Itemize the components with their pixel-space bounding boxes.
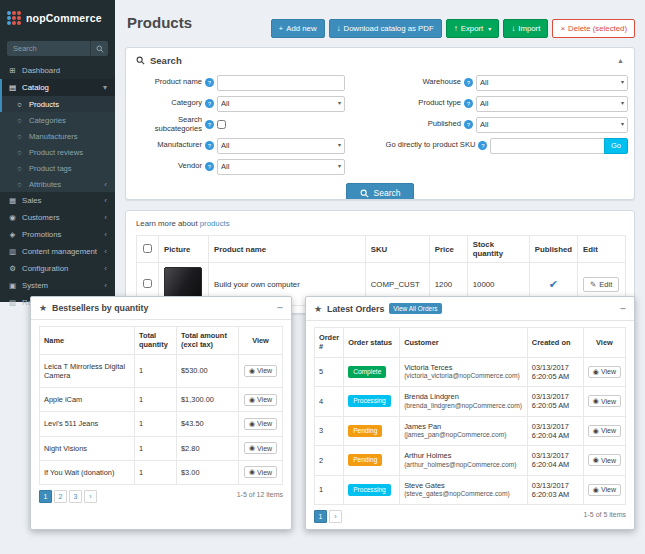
help-icon[interactable]: ? — [464, 120, 473, 129]
sidebar-item-promotions[interactable]: ◈ Promotions ‹ — [0, 226, 115, 243]
page-button-2[interactable]: 2 — [54, 490, 67, 503]
view-button[interactable]: ◉ View — [244, 418, 277, 430]
product-type-select[interactable]: All — [476, 96, 628, 112]
sidebar-item-dashboard[interactable]: ⊞ Dashboard — [0, 62, 115, 79]
sidebar-item-customers[interactable]: ◉ Customers ‹ — [0, 209, 115, 226]
sidebar-search-input[interactable] — [7, 41, 90, 56]
customer-email: (brenda_lindgren@nopCommerce.com) — [404, 402, 523, 410]
created-date: 03/13/2017 — [532, 363, 579, 372]
product-tags-icon: ○ — [15, 164, 24, 173]
page-button-1[interactable]: 1 — [39, 490, 52, 503]
eye-icon: ◉ — [593, 456, 599, 464]
view-button[interactable]: ◉ View — [244, 394, 277, 406]
created-time: 6:20:05 AM — [532, 372, 579, 381]
row-checkbox[interactable] — [143, 279, 152, 288]
sidebar-item-product-reviews[interactable]: ○ Product reviews — [0, 144, 115, 160]
export-button[interactable]: ↑ Export ▾ — [446, 19, 500, 38]
sidebar-item-categories[interactable]: ○ Categories — [0, 112, 115, 128]
category-select[interactable]: All — [217, 96, 345, 112]
sidebar-item-products[interactable]: ○ Products — [0, 96, 115, 112]
go-to-sku-input[interactable] — [490, 138, 604, 154]
go-button[interactable]: Go — [604, 138, 628, 154]
page-button-1[interactable]: 1 — [314, 510, 327, 523]
created-on-cell: 03/13/2017 6:20:05 AM — [527, 387, 583, 417]
status-badge: Processing — [348, 484, 391, 496]
sidebar-item-configuration[interactable]: ⚙ Configuration ‹ — [0, 260, 115, 277]
customers-icon: ◉ — [8, 213, 17, 222]
minimize-icon[interactable]: − — [620, 304, 626, 314]
sidebar-item-manufacturers[interactable]: ○ Manufacturers — [0, 128, 115, 144]
products-doc-link[interactable]: products — [200, 219, 230, 228]
table-row: Levi's 511 Jeans 1 $43.50 ◉ View — [40, 412, 283, 436]
help-icon[interactable]: ? — [464, 99, 473, 108]
page-button-3[interactable]: 3 — [69, 490, 82, 503]
categories-icon: ○ — [15, 116, 24, 125]
import-button[interactable]: ↓ Import — [503, 19, 548, 38]
table-row: 3 Pending James Pan (james_pan@nopCommer… — [315, 416, 626, 446]
next-page-button[interactable]: › — [329, 510, 342, 523]
published-check-icon: ✔ — [549, 278, 558, 290]
help-icon[interactable]: ? — [464, 78, 473, 87]
chevron-left-icon: ‹ — [104, 247, 107, 256]
customer-name: Victoria Terces — [404, 363, 452, 372]
sidebar-menu: ⊞ Dashboard ▤ Catalog ▾ ○ Products ○ Cat… — [0, 62, 115, 311]
view-button[interactable]: ◉ View — [588, 366, 621, 378]
help-icon[interactable]: ? — [205, 99, 214, 108]
sidebar-item-product-tags[interactable]: ○ Product tags — [0, 160, 115, 176]
eye-icon: ◉ — [249, 444, 255, 452]
customer-email: (steve_gates@nopCommerce.com) — [404, 490, 523, 498]
column-name: Name — [40, 327, 135, 355]
customer-name: Brenda Lindgren — [404, 392, 459, 401]
sidebar-search — [7, 41, 108, 56]
view-all-orders-badge[interactable]: View All Orders — [389, 303, 441, 314]
customer-cell: Brenda Lindgren (brenda_lindgren@nopComm… — [400, 387, 528, 417]
plus-icon: + — [279, 25, 284, 33]
search-icon — [360, 189, 369, 198]
vendor-select[interactable]: All — [217, 159, 345, 175]
view-button[interactable]: ◉ View — [588, 425, 621, 437]
sidebar-item-sales[interactable]: ▦ Sales ‹ — [0, 192, 115, 209]
help-icon[interactable]: ? — [478, 141, 487, 150]
view-button[interactable]: ◉ View — [588, 395, 621, 407]
sidebar-item-content-management[interactable]: ▥ Content management ‹ — [0, 243, 115, 260]
bestseller-name: If You Wait (donation) — [40, 460, 135, 484]
bestsellers-header: ★ Bestsellers by quantity − — [31, 297, 291, 320]
view-button[interactable]: ◉ View — [244, 466, 277, 478]
latest-orders-header: ★ Latest Orders View All Orders − — [306, 297, 634, 321]
download-catalog-pdf-button[interactable]: ↓ Download catalog as PDF — [329, 19, 442, 38]
view-button[interactable]: ◉ View — [244, 365, 277, 377]
created-on-cell: 03/13/2017 6:20:04 AM — [527, 416, 583, 446]
add-new-button[interactable]: + Add new — [271, 19, 325, 38]
warehouse-select[interactable]: All — [476, 75, 628, 91]
manufacturer-select[interactable]: All — [217, 138, 345, 154]
sidebar-item-catalog[interactable]: ▤ Catalog ▾ — [0, 79, 115, 96]
help-icon[interactable]: ? — [205, 120, 214, 129]
edit-button[interactable]: ✎ Edit — [583, 277, 619, 292]
search-subcategories-checkbox[interactable] — [217, 120, 226, 129]
column-sku: SKU — [365, 236, 429, 263]
minimize-icon[interactable]: − — [277, 303, 283, 313]
select-all-checkbox[interactable] — [143, 244, 152, 253]
next-page-button[interactable]: › — [84, 490, 97, 503]
chevron-left-icon: ‹ — [104, 230, 107, 239]
sidebar-item-label: Content management — [22, 247, 97, 256]
bestseller-amount: $530.00 — [177, 354, 239, 388]
help-icon[interactable]: ? — [205, 162, 214, 171]
sidebar-item-system[interactable]: ▣ System ‹ — [0, 277, 115, 294]
view-button[interactable]: ◉ View — [588, 484, 621, 496]
sidebar-search-button[interactable] — [90, 41, 108, 56]
view-button[interactable]: ◉ View — [588, 454, 621, 466]
delete-selected-button[interactable]: × Delete (selected) — [552, 19, 635, 38]
published-select[interactable]: All — [476, 117, 628, 133]
logo[interactable]: nopCommerce — [0, 0, 115, 36]
help-icon[interactable]: ? — [205, 141, 214, 150]
product-name-input[interactable] — [217, 75, 345, 91]
help-icon[interactable]: ? — [205, 78, 214, 87]
search-form: Product name ? Category ? All Search sub… — [126, 71, 634, 178]
search-button[interactable]: Search — [346, 183, 415, 200]
customer-name: Steve Gates — [404, 481, 445, 490]
view-button[interactable]: ◉ View — [244, 442, 277, 454]
sidebar-item-attributes[interactable]: ○ Attributes ‹ — [0, 176, 115, 192]
bestseller-quantity: 1 — [135, 354, 177, 388]
collapse-icon[interactable]: ▲ — [617, 57, 624, 64]
